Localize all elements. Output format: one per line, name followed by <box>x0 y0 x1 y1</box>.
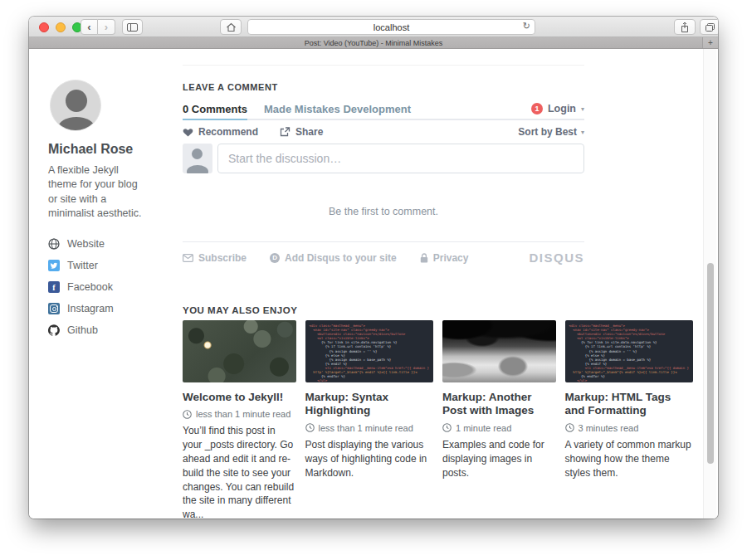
related-heading: YOU MAY ALSO ENJOY <box>183 305 297 315</box>
guest-avatar <box>183 144 212 173</box>
empty-thread-message: Be the first to comment. <box>183 206 584 217</box>
disqus-actions: Recommend Share Sort by Best ▾ <box>183 126 584 138</box>
link-label: Facebook <box>67 281 113 293</box>
comment-input[interactable] <box>217 144 584 173</box>
disqus-footer-divider <box>183 241 584 242</box>
github-icon <box>48 324 60 336</box>
scrollbar-thumb[interactable] <box>707 263 714 464</box>
clock-icon <box>183 410 192 419</box>
post-excerpt: Examples and code for displaying images … <box>442 438 556 480</box>
window-controls <box>39 22 82 32</box>
sidebar-item-instagram[interactable]: Instagram <box>48 300 160 317</box>
post-excerpt: You’ll find this post in your _posts dir… <box>183 424 296 519</box>
read-time-label: less than 1 minute read <box>319 423 413 433</box>
subscribe-link[interactable]: Subscribe <box>183 252 247 264</box>
related-posts: Welcome to Jekyll! less than 1 minute re… <box>183 320 693 519</box>
page-content: Michael Rose A flexible Jekyll theme for… <box>29 49 718 519</box>
share-icon <box>680 22 690 33</box>
read-time: 1 minute read <box>442 423 556 433</box>
post-thumbnail-code-screenshot[interactable]: <div class="masthead__menu"> <nav id="si… <box>565 320 694 382</box>
author-bio: A flexible Jekyll theme for your blog or… <box>48 163 149 221</box>
clock-icon <box>442 423 452 432</box>
home-icon <box>226 22 237 32</box>
sidebar-toggle-button[interactable] <box>122 19 143 35</box>
author-links: Website Twitter f Facebook Instagram Git… <box>48 236 160 338</box>
clock-icon <box>305 423 315 432</box>
share-arrow-icon <box>280 127 290 137</box>
sidebar-item-website[interactable]: Website <box>48 236 160 252</box>
back-icon: ‹ <box>87 21 90 33</box>
privacy-label: Privacy <box>433 252 469 264</box>
post-title-link[interactable]: Markup: HTML Tags and Formatting <box>565 391 694 418</box>
disqus-logo[interactable]: DISQUS <box>529 251 584 265</box>
minimize-window-button[interactable] <box>56 22 66 32</box>
notification-badge[interactable]: 1 <box>531 103 543 114</box>
forward-icon: › <box>105 21 108 33</box>
related-card: Welcome to Jekyll! less than 1 minute re… <box>183 320 296 519</box>
post-title-link[interactable]: Welcome to Jekyll! <box>183 391 296 404</box>
lock-icon <box>420 253 428 263</box>
post-excerpt: A variety of common markup showing how t… <box>565 438 694 480</box>
disqus-footer: Subscribe D Add Disqus to your site Priv… <box>183 251 584 265</box>
envelope-icon <box>183 254 193 262</box>
read-time: less than 1 minute read <box>183 409 296 419</box>
post-title-link[interactable]: Markup: Another Post with Images <box>442 391 556 418</box>
active-tab[interactable]: Post: Video (YouTube) - Minimal Mistakes <box>305 39 443 47</box>
login-label: Login <box>548 103 576 114</box>
login-menu[interactable]: 1 Login ▾ <box>531 103 584 114</box>
tab-overview-icon <box>705 22 715 32</box>
privacy-link[interactable]: Privacy <box>420 252 469 264</box>
back-button[interactable]: ‹ <box>81 19 98 35</box>
author-avatar <box>50 80 101 131</box>
related-card: <div class="masthead__menu"> <nav id="si… <box>565 320 694 519</box>
read-time: less than 1 minute read <box>305 423 434 433</box>
tab-overview-button[interactable] <box>700 19 718 35</box>
recommend-button[interactable]: Recommend <box>183 126 258 138</box>
post-excerpt: Post displaying the various ways of high… <box>305 438 434 480</box>
post-thumbnail-foggy-trees[interactable] <box>442 320 556 382</box>
link-label: Website <box>67 238 105 250</box>
forward-button[interactable]: › <box>98 19 115 35</box>
sort-label: Sort by Best <box>518 126 577 138</box>
chevron-down-icon: ▾ <box>581 105 584 113</box>
read-time: 3 minutes read <box>565 423 694 433</box>
read-time-label: less than 1 minute read <box>196 409 290 419</box>
recommend-label: Recommend <box>198 126 258 138</box>
browser-toolbar: ‹ › localhost ↻ <box>29 17 718 37</box>
subscribe-label: Subscribe <box>198 252 247 264</box>
related-card: Markup: Another Post with Images 1 minut… <box>442 320 556 519</box>
new-tab-button[interactable]: + <box>702 37 718 48</box>
read-time-label: 3 minutes read <box>579 423 639 433</box>
post-title-link[interactable]: Markup: Syntax Highlighting <box>305 391 434 418</box>
post-divider <box>183 65 584 66</box>
add-disqus-link[interactable]: D Add Disqus to your site <box>270 252 397 264</box>
chevron-down-icon: ▾ <box>581 129 584 136</box>
reload-icon[interactable]: ↻ <box>523 21 530 32</box>
close-window-button[interactable] <box>39 22 49 32</box>
clock-icon <box>565 423 574 432</box>
comments-heading: LEAVE A COMMENT <box>183 82 278 92</box>
share-button[interactable] <box>674 19 696 35</box>
globe-icon <box>48 238 60 250</box>
sidebar-item-github[interactable]: Github <box>48 322 160 338</box>
sidebar-icon <box>127 23 138 32</box>
comment-composer <box>183 144 584 173</box>
home-button[interactable] <box>220 19 242 35</box>
share-thread-button[interactable]: Share <box>280 126 323 138</box>
instagram-icon <box>48 303 60 314</box>
heart-icon <box>183 128 193 137</box>
address-bar[interactable]: localhost ↻ <box>247 19 535 35</box>
tab-forum-name[interactable]: Made Mistakes Development <box>264 98 411 119</box>
scrollbar-track[interactable] <box>703 49 716 519</box>
link-label: Github <box>67 324 98 336</box>
sidebar-item-twitter[interactable]: Twitter <box>48 257 160 274</box>
post-thumbnail-code-screenshot[interactable]: <div class="masthead__menu"> <nav id="si… <box>305 320 434 382</box>
sort-menu[interactable]: Sort by Best ▾ <box>518 126 584 138</box>
post-thumbnail-green-algae[interactable] <box>183 320 296 382</box>
sidebar-item-facebook[interactable]: f Facebook <box>48 279 160 295</box>
author-name: Michael Rose <box>48 142 160 157</box>
safari-window: ‹ › localhost ↻ Post: Video (YouTube) - … <box>29 17 718 519</box>
read-time-label: 1 minute read <box>456 423 511 433</box>
tab-comment-count[interactable]: 0 Comments <box>183 99 247 120</box>
related-card: <div class="masthead__menu"> <nav id="si… <box>305 320 434 519</box>
